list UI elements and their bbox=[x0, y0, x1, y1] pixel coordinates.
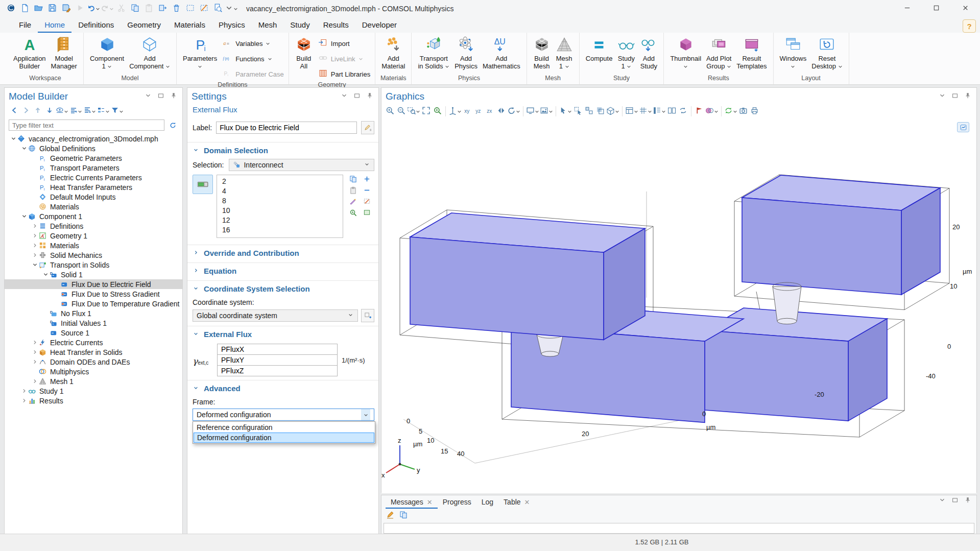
create-coordinate-system-button[interactable] bbox=[361, 309, 374, 322]
messages-pin-window-button[interactable] bbox=[963, 496, 972, 506]
tree-item-solid-mechanics[interactable]: Solid Mechanics bbox=[5, 250, 182, 260]
domain-list-item[interactable]: 10 bbox=[217, 205, 343, 215]
expander-icon[interactable] bbox=[20, 213, 28, 219]
tree-item-flux-due-to-electric-field[interactable]: Flux Due to Electric Field bbox=[5, 279, 182, 289]
zoom-to-selection-button[interactable] bbox=[432, 106, 443, 117]
tab-log[interactable]: Log bbox=[476, 496, 498, 509]
tree-item-heat-transfer-parameters[interactable]: PiHeat Transfer Parameters bbox=[5, 182, 182, 192]
back-button[interactable] bbox=[9, 106, 19, 117]
tree-item-source-1[interactable]: Source 1 bbox=[5, 328, 182, 338]
new-file-button[interactable] bbox=[18, 2, 31, 15]
redo-button[interactable] bbox=[101, 2, 114, 15]
tab-progress[interactable]: Progress bbox=[438, 496, 476, 509]
split-screen-button[interactable] bbox=[666, 106, 677, 117]
expander-icon[interactable] bbox=[31, 262, 39, 268]
minimize-button[interactable] bbox=[893, 0, 922, 17]
graphics-window-menu-button[interactable] bbox=[938, 92, 947, 101]
livelink-button[interactable]: LiveLink bbox=[318, 53, 370, 64]
application-builder-button[interactable]: AApplicationBuilder bbox=[11, 34, 49, 70]
zoom-extents-button[interactable] bbox=[421, 106, 432, 117]
tree-item-electric-currents[interactable]: Electric Currents bbox=[5, 338, 182, 347]
selection-combo[interactable]: Interconnect bbox=[229, 159, 374, 171]
copy-selection-button[interactable] bbox=[347, 175, 359, 185]
help-button[interactable]: ? bbox=[963, 19, 976, 33]
frame-option-deformed-configuration[interactable]: Deformed configuration bbox=[194, 433, 374, 443]
refresh-filter-button[interactable] bbox=[168, 119, 178, 131]
thumbnail-button[interactable]: Thumbnail bbox=[667, 34, 704, 70]
show-button[interactable] bbox=[56, 106, 68, 117]
build-all-button[interactable]: BuildAll bbox=[293, 34, 315, 70]
frame-option-reference-configuration[interactable]: Reference configuration bbox=[194, 422, 374, 433]
snapshot-button[interactable] bbox=[738, 106, 749, 117]
move-up-button[interactable] bbox=[32, 106, 43, 117]
windows-button[interactable]: Windows bbox=[777, 34, 809, 70]
tree-item-geometric-parameters[interactable]: PiGeometric Parameters bbox=[5, 153, 182, 163]
wireframe-rendering-button[interactable] bbox=[606, 106, 619, 117]
tree-item-flux-due-to-stress-gradient[interactable]: Flux Due to Stress Gradient bbox=[5, 289, 182, 299]
add-component-button[interactable]: AddComponent bbox=[127, 34, 173, 70]
delete-button[interactable] bbox=[170, 2, 183, 15]
expander-icon[interactable] bbox=[31, 243, 39, 248]
reset-colors-button[interactable] bbox=[705, 106, 719, 117]
model-builder-window-menu-button[interactable] bbox=[144, 92, 153, 101]
domain-list-item[interactable]: 8 bbox=[217, 196, 343, 205]
menu-physics[interactable]: Physics bbox=[212, 18, 252, 33]
tree-item-results[interactable]: Results bbox=[5, 396, 182, 405]
zoom-box-button[interactable] bbox=[407, 106, 420, 117]
clear-selection-button[interactable] bbox=[197, 2, 210, 15]
show-legend-button[interactable] bbox=[653, 106, 666, 117]
move-down-button[interactable] bbox=[44, 106, 55, 117]
advanced-section-header[interactable]: Advanced bbox=[187, 380, 378, 395]
graphics-canvas[interactable]: 20µm100-40-2005µm101540200µmzxy bbox=[381, 118, 976, 493]
add-study-button[interactable]: AddStudy bbox=[637, 34, 660, 70]
find-button[interactable] bbox=[211, 2, 224, 15]
tree-item-multiphysics[interactable]: Multiphysics bbox=[5, 367, 182, 376]
build-mesh-button[interactable]: BuildMesh bbox=[531, 34, 553, 70]
tree-item-materials[interactable]: Materials bbox=[5, 241, 182, 250]
close-tab-icon[interactable]: ✕ bbox=[524, 498, 530, 506]
hover-mode-button[interactable] bbox=[572, 106, 583, 117]
create-selection-button[interactable] bbox=[347, 197, 359, 207]
expander-icon[interactable] bbox=[31, 359, 39, 365]
menu-home[interactable]: Home bbox=[38, 18, 71, 33]
expander-icon[interactable] bbox=[10, 136, 17, 141]
clear-selection-button[interactable] bbox=[361, 197, 373, 207]
sync-views-button[interactable] bbox=[678, 106, 688, 117]
tree-item-study-1[interactable]: Study 1 bbox=[5, 386, 182, 396]
undo-button[interactable] bbox=[87, 2, 100, 15]
expand-all-button[interactable] bbox=[83, 106, 96, 117]
yz-view-button[interactable]: yz bbox=[473, 106, 484, 117]
expander-icon[interactable] bbox=[31, 233, 39, 238]
label-input[interactable] bbox=[216, 122, 357, 134]
menu-definitions[interactable]: Definitions bbox=[71, 18, 121, 33]
flux-field-y[interactable] bbox=[217, 354, 338, 366]
tree-item-geometry-1[interactable]: AGeometry 1 bbox=[5, 231, 182, 241]
tree-item-flux-due-to-temperature-gradient[interactable]: Flux Due to Temperature Gradient bbox=[5, 299, 182, 308]
close-tab-icon[interactable]: ✕ bbox=[427, 498, 433, 506]
close-button[interactable] bbox=[951, 0, 980, 17]
settings-float-window-button[interactable] bbox=[352, 92, 362, 101]
frame-combo[interactable]: Deformed configuration bbox=[193, 409, 374, 421]
zx-view-button[interactable]: zx bbox=[485, 106, 495, 117]
save-button[interactable] bbox=[45, 2, 59, 15]
show-grid-button[interactable] bbox=[639, 106, 652, 117]
settings-pin-window-button[interactable] bbox=[365, 92, 374, 101]
print-button[interactable] bbox=[749, 106, 760, 117]
menu-developer[interactable]: Developer bbox=[355, 18, 403, 33]
expander-icon[interactable] bbox=[31, 349, 39, 355]
external-flux-section-header[interactable]: External Flux bbox=[187, 326, 378, 341]
tab-table[interactable]: Table✕ bbox=[498, 496, 535, 509]
domain-list-item[interactable]: 2 bbox=[217, 176, 343, 186]
result-templates-button[interactable]: ResultTemplates bbox=[734, 34, 769, 70]
save-as-button[interactable] bbox=[59, 2, 73, 15]
messages-window-menu-button[interactable] bbox=[938, 496, 947, 506]
zoom-in-button[interactable] bbox=[385, 106, 395, 117]
menu-geometry[interactable]: Geometry bbox=[121, 18, 168, 33]
paste-selection-button[interactable] bbox=[347, 186, 359, 196]
duplicate-button[interactable] bbox=[156, 2, 169, 15]
tree-item-solid-1[interactable]: DSolid 1 bbox=[5, 270, 182, 279]
cut-button[interactable] bbox=[114, 2, 128, 15]
rotate-view-button[interactable] bbox=[507, 106, 520, 117]
messages-float-window-button[interactable] bbox=[950, 496, 960, 506]
xy-view-button[interactable]: xy bbox=[462, 106, 473, 117]
